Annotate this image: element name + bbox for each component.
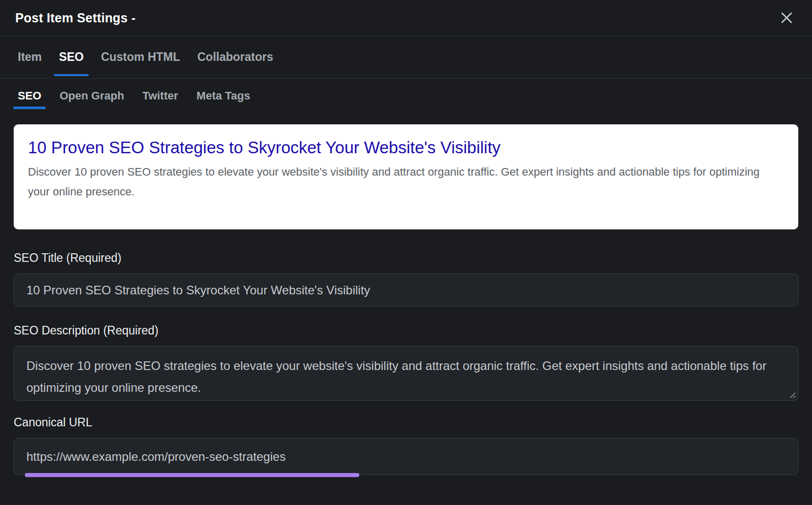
tab-custom-html-label: Custom HTML	[101, 50, 180, 64]
tab-item[interactable]: Item	[17, 36, 43, 78]
tab-collaborators-label: Collaborators	[197, 50, 274, 64]
seo-description-textarea-wrap: Discover 10 proven SEO strategies to ele…	[14, 346, 798, 401]
subtab-twitter[interactable]: Twitter	[142, 79, 179, 113]
subtab-meta-tags-label: Meta Tags	[196, 89, 250, 103]
seo-title-label: SEO Title (Required)	[14, 251, 798, 265]
seo-title-input[interactable]	[14, 274, 798, 307]
seo-title-field: SEO Title (Required)	[14, 251, 798, 307]
post-item-settings-modal: Post Item Settings - Item SEO Custom HTM…	[0, 0, 812, 475]
seo-description-label: SEO Description (Required)	[14, 324, 798, 338]
canonical-url-input-wrap	[14, 438, 798, 475]
seo-description-field: SEO Description (Required) Discover 10 p…	[14, 324, 798, 401]
preview-description: Discover 10 proven SEO strategies to ele…	[28, 162, 784, 201]
tab-custom-html[interactable]: Custom HTML	[100, 36, 181, 78]
canonical-url-label: Canonical URL	[14, 416, 798, 429]
subtab-seo-label: SEO	[18, 89, 41, 103]
seo-settings-panel: 10 Proven SEO Strategies to Skyrocket Yo…	[0, 124, 812, 475]
modal-title: Post Item Settings -	[15, 11, 136, 25]
subtab-open-graph[interactable]: Open Graph	[58, 79, 125, 113]
tab-seo-label: SEO	[59, 50, 84, 64]
serp-preview-card: 10 Proven SEO Strategies to Skyrocket Yo…	[14, 124, 798, 229]
tab-seo[interactable]: SEO	[58, 36, 85, 78]
subtab-seo[interactable]: SEO	[17, 79, 42, 113]
resize-handle-icon[interactable]	[788, 391, 796, 399]
subtab-meta-tags[interactable]: Meta Tags	[195, 79, 251, 113]
close-button[interactable]	[776, 8, 797, 28]
url-length-indicator	[25, 473, 359, 477]
canonical-url-field: Canonical URL	[14, 416, 798, 475]
preview-title-link[interactable]: 10 Proven SEO Strategies to Skyrocket Yo…	[28, 137, 500, 158]
main-tab-bar: Item SEO Custom HTML Collaborators	[0, 36, 812, 79]
seo-subtab-bar: SEO Open Graph Twitter Meta Tags	[0, 79, 812, 113]
tab-item-label: Item	[18, 50, 42, 64]
tab-collaborators[interactable]: Collaborators	[196, 36, 275, 78]
modal-header: Post Item Settings -	[0, 0, 812, 36]
canonical-url-input[interactable]	[14, 438, 798, 475]
subtab-open-graph-label: Open Graph	[59, 89, 124, 103]
subtab-twitter-label: Twitter	[143, 89, 178, 103]
seo-description-textarea[interactable]: Discover 10 proven SEO strategies to ele…	[14, 346, 798, 401]
close-icon	[779, 10, 794, 25]
